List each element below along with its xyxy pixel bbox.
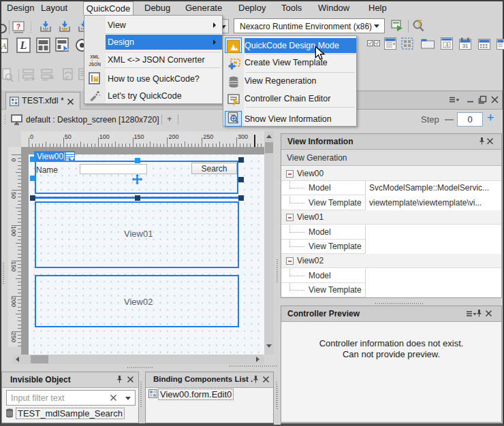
svg-text:L: L xyxy=(20,39,27,51)
svg-text:A: A xyxy=(1,42,7,51)
svg-text:31: 31 xyxy=(462,43,468,49)
svg-text:↓: ↓ xyxy=(96,59,99,63)
svg-text:?: ? xyxy=(16,23,20,31)
svg-text:↑: ↑ xyxy=(91,59,93,63)
svg-text:A: A xyxy=(445,42,449,48)
